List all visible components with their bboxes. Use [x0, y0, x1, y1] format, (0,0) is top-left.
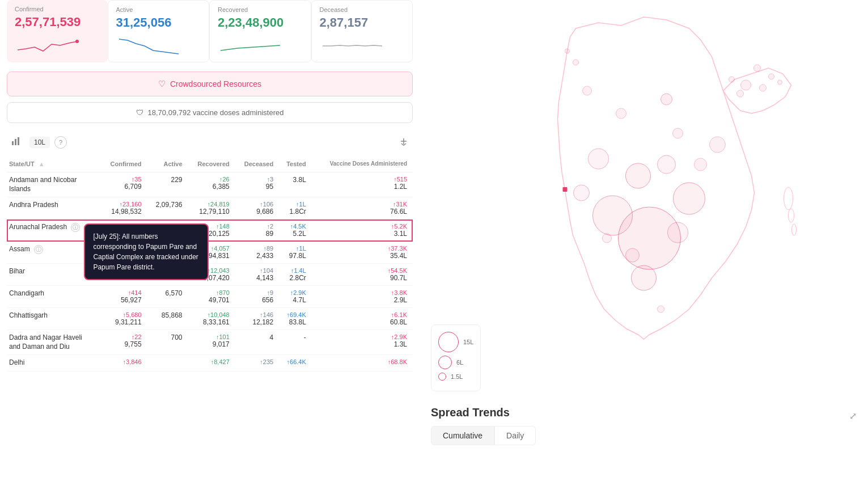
covid-data-table: State/UT ▲ Confirmed Active Recovered	[7, 155, 413, 371]
cell-deceased-4: ↑104 4,143	[235, 264, 279, 286]
table-row: Bihar 6,70,174 58,610 ↑12,043 6,07,420 ↑…	[7, 264, 413, 286]
legend-15l: 15L	[438, 332, 473, 352]
cell-tested-6: ↑69.4K 83.8L	[279, 308, 312, 330]
location-marker	[563, 187, 568, 192]
recovered-value: 2,23,48,900	[218, 15, 303, 30]
header-state[interactable]: State/UT ▲	[7, 155, 101, 172]
header-confirmed[interactable]: Confirmed	[101, 155, 147, 172]
ne4-bubble	[778, 80, 782, 85]
cell-state-0: Andaman and Nicobar Islands	[7, 172, 101, 197]
ten-l-button[interactable]: 10L	[29, 137, 50, 148]
svg-point-5	[789, 209, 794, 222]
cell-active-7: 700	[147, 330, 188, 355]
svg-point-6	[792, 224, 797, 235]
goa-bubble	[603, 234, 612, 243]
table-row: Chhattisgarh ↑5,680 9,31,211 85,868 ↑10,…	[7, 308, 413, 330]
jharkhand-bubble	[673, 128, 683, 138]
cell-recovered-6: ↑10,048 8,33,161	[188, 308, 235, 330]
confirmed-label: Confirmed	[15, 6, 100, 12]
cell-deceased-5: ↑9 656	[235, 286, 279, 308]
tn-bubble	[658, 306, 664, 313]
vaccine-banner: 🛡 18,70,09,792 vaccine doses administere…	[7, 102, 413, 123]
expand-icon[interactable]: ⤢	[849, 411, 857, 421]
export-button[interactable]	[395, 134, 413, 150]
ne6-bubble	[737, 90, 744, 97]
recovered-label: Recovered	[218, 6, 303, 13]
deceased-label: Deceased	[320, 6, 405, 13]
kerala-bubble	[632, 265, 657, 290]
recovered-sparkline	[218, 33, 303, 56]
assam-bubble	[741, 80, 751, 90]
info-help-button[interactable]: ?	[54, 136, 67, 149]
legend-label-15l: 15L	[463, 339, 473, 345]
cell-state-1: Andhra Pradesh	[7, 197, 101, 219]
mp-bubble	[593, 196, 633, 235]
cell-deceased-2: ↑2 89	[235, 219, 279, 242]
cell-confirmed-8: ↑3,846	[101, 355, 147, 371]
legend-6l: 6L	[438, 356, 473, 369]
toolbar-left: 10L ?	[7, 134, 67, 150]
cell-tested-3: ↑1L 97.8L	[279, 242, 312, 264]
header-active[interactable]: Active	[147, 155, 188, 172]
cell-recovered-8: ↑8,427	[188, 355, 235, 371]
tab-daily[interactable]: Daily	[494, 426, 536, 445]
info-icon-3[interactable]: ⓘ	[34, 245, 43, 254]
punjab-bubble	[583, 86, 592, 95]
cell-tested-8: ↑66.4K	[279, 355, 312, 371]
cell-vaccine-8: ↑68.8K	[312, 355, 413, 371]
cell-vaccine-1: ↑31K 76.6L	[312, 197, 413, 219]
cell-deceased-0: ↑3 95	[235, 172, 279, 197]
sort-icon-state: ▲	[39, 161, 45, 167]
spread-title: Spread Trends	[431, 406, 510, 419]
up-bubble	[626, 163, 651, 188]
india-outline	[558, 17, 797, 339]
table-row: Delhi ↑3,846 ↑8,427 ↑235 ↑66.4K	[7, 355, 413, 371]
cell-vaccine-6: ↑6.1K 60.8L	[312, 308, 413, 330]
spread-trends-section: Spread Trends ⤢ Cumulative Daily	[420, 397, 868, 454]
vaccine-text: 18,70,09,792 vaccine doses administered	[148, 108, 284, 117]
cell-state-7: Dadra and Nagar Haveli and Daman and Diu	[7, 330, 101, 355]
stat-active: Active 31,25,056	[108, 0, 210, 62]
cell-tested-4: ↑1.4L 2.8Cr	[279, 264, 312, 286]
ne5-bubble	[729, 77, 735, 82]
tab-cumulative[interactable]: Cumulative	[431, 426, 494, 445]
stats-row: Confirmed 2,57,71,539 Active 31,25,056	[7, 0, 413, 62]
cell-tested-1: ↑1L 1.8Cr	[279, 197, 312, 219]
cell-vaccine-5: ↑3.8K 2.9L	[312, 286, 413, 308]
cell-vaccine-4: ↑54.5K 90.7L	[312, 264, 413, 286]
ne3-bubble	[760, 85, 767, 91]
cell-active-5: 6,570	[147, 286, 188, 308]
legend-circle-1-5l	[438, 373, 446, 381]
deceased-value: 2,87,157	[320, 15, 405, 30]
cell-state-2: Arunachal Pradesh ⓘ [July 25]: All numbe…	[7, 219, 101, 242]
ap-bubble	[674, 183, 705, 214]
karnataka-bubble	[626, 248, 640, 262]
chart-icon-button[interactable]	[7, 134, 25, 150]
cell-tested-7: -	[279, 330, 312, 355]
header-vaccine[interactable]: Vaccine Doses Administered	[312, 155, 413, 172]
cell-deceased-6: ↑146 12,182	[235, 308, 279, 330]
info-icon-2[interactable]: ⓘ [July 25]: All numbers corresponding t…	[71, 223, 80, 232]
table-row: Andhra Pradesh ↑23,160 14,98,532 2,09,73…	[7, 197, 413, 219]
header-tested[interactable]: Tested	[279, 155, 312, 172]
stat-confirmed: Confirmed 2,57,71,539	[7, 0, 108, 62]
ne2-bubble	[769, 74, 774, 79]
header-recovered[interactable]: Recovered	[188, 155, 235, 172]
confirmed-sparkline	[15, 33, 100, 56]
tooltip-arunachal: [July 25]: All numbers corresponding to …	[84, 223, 209, 280]
rajasthan-bubble	[588, 149, 609, 169]
active-sparkline	[116, 33, 201, 56]
deceased-sparkline	[320, 33, 405, 56]
cell-confirmed-7: ↑22 9,755	[101, 330, 147, 355]
cell-active-6: 85,868	[147, 308, 188, 330]
cell-confirmed-6: ↑5,680 9,31,211	[101, 308, 147, 330]
delhi-bubble	[661, 94, 672, 105]
crowdsource-button[interactable]: ♡ Crowdsourced Resources	[7, 71, 413, 96]
legend-circle-15l	[438, 332, 459, 352]
stat-recovered: Recovered 2,23,48,900	[209, 0, 311, 62]
cell-recovered-7: ↑101 9,017	[188, 330, 235, 355]
map-legend: 15L 6L 1.5L	[431, 324, 481, 391]
cell-state-5: Chandigarh	[7, 286, 101, 308]
cell-vaccine-7: ↑2.9K 1.3L	[312, 330, 413, 355]
header-deceased[interactable]: Deceased	[235, 155, 279, 172]
